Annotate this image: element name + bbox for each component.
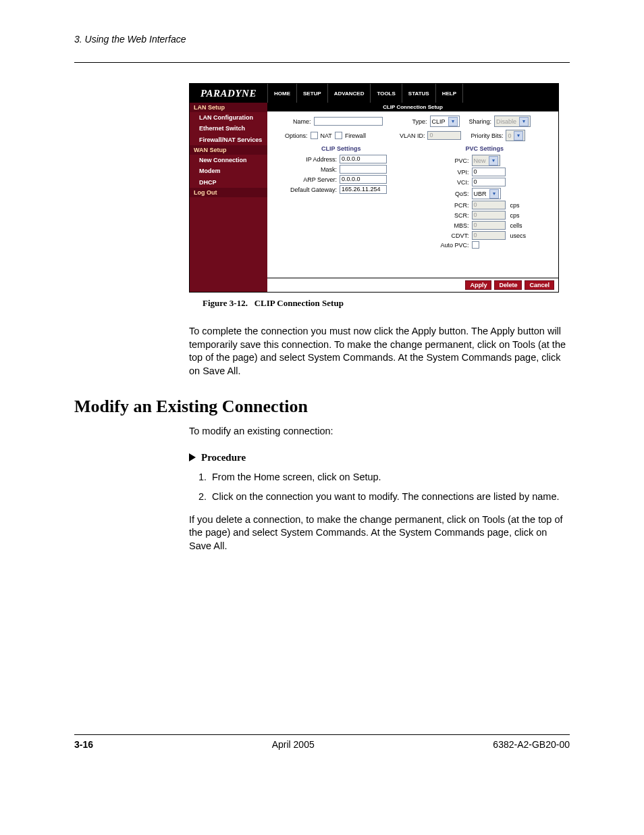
arp-input[interactable]: 0.0.0.0: [340, 175, 387, 184]
chevron-down-icon: ▾: [519, 117, 529, 126]
footer-date: April 2005: [272, 739, 315, 750]
tab-advanced[interactable]: ADVANCED: [328, 84, 371, 103]
vpi-input[interactable]: 0: [472, 168, 506, 176]
nat-label: NAT: [321, 132, 332, 139]
sidebar-head-wan: WAN Setup: [190, 145, 267, 155]
pcr-label: PCR:: [417, 202, 469, 209]
chevron-down-icon: ▾: [448, 117, 458, 126]
mask-label: Mask:: [273, 166, 337, 173]
mask-input[interactable]: [340, 165, 387, 174]
nat-checkbox[interactable]: [311, 132, 318, 139]
mbs-unit: cells: [510, 222, 522, 229]
gw-label: Default Gateway:: [273, 186, 337, 193]
mbs-input[interactable]: 0: [472, 221, 506, 230]
triangle-icon: [189, 453, 196, 461]
scr-label: SCR:: [417, 212, 469, 219]
pvc-label: PVC:: [417, 157, 469, 164]
autopvc-checkbox[interactable]: [472, 241, 479, 249]
qos-label: QoS:: [417, 191, 469, 197]
sidebar-item-ethernet-switch[interactable]: Ethernet Switch: [190, 123, 267, 134]
procedure-step: Click on the connection you want to modi…: [209, 490, 570, 504]
vlan-label: VLAN ID:: [400, 132, 425, 139]
footer-docid: 6382-A2-GB20-00: [493, 739, 570, 750]
sidebar: LAN Setup LAN Configuration Ethernet Swi…: [190, 103, 267, 292]
priority-label: Priority Bits:: [471, 132, 503, 139]
button-row: Apply Delete Cancel: [267, 278, 558, 292]
procedure-list: From the Home screen, click on Setup. Cl…: [209, 470, 570, 504]
ip-input[interactable]: 0.0.0.0: [340, 155, 387, 163]
page-number: 3-16: [74, 739, 93, 750]
chevron-down-icon: ▾: [489, 156, 498, 166]
procedure-heading: Procedure: [189, 452, 570, 463]
procedure-step: From the Home screen, click on Setup.: [209, 470, 570, 484]
firewall-label: Firewall: [345, 132, 366, 139]
sharing-select[interactable]: Disable▾: [494, 116, 531, 127]
header-rule: [74, 62, 570, 63]
sidebar-head-lan: LAN Setup: [190, 103, 267, 112]
vlan-input[interactable]: 0: [427, 131, 461, 140]
tab-tools[interactable]: TOOLS: [371, 84, 402, 103]
sidebar-item-lan-config[interactable]: LAN Configuration: [190, 112, 267, 123]
tab-home[interactable]: HOME: [267, 84, 297, 103]
ip-label: IP Address:: [273, 156, 337, 163]
cancel-button[interactable]: Cancel: [525, 280, 554, 290]
brand-logo: PARADYNE: [190, 84, 267, 103]
main-tabs: HOME SETUP ADVANCED TOOLS STATUS HELP: [267, 84, 558, 103]
vci-label: VCI:: [417, 179, 469, 186]
sharing-label: Sharing:: [469, 118, 492, 125]
pcr-input[interactable]: 0: [472, 201, 506, 209]
arp-label: ARP Server:: [273, 176, 337, 183]
body-paragraph: To complete the connection you must now …: [189, 325, 570, 378]
type-label: Type:: [412, 118, 427, 125]
clip-settings-head: CLIP Settings: [273, 145, 410, 152]
scr-unit: cps: [510, 212, 520, 219]
panel-title: CLIP Connection Setup: [267, 103, 558, 111]
page-footer: 3-16 April 2005 6382-A2-GB20-00: [74, 734, 570, 750]
cdvt-input[interactable]: 0: [472, 231, 506, 240]
pvc-select[interactable]: New▾: [472, 155, 500, 166]
firewall-checkbox[interactable]: [335, 132, 342, 139]
cdvt-unit: usecs: [510, 232, 527, 239]
pcr-unit: cps: [510, 202, 520, 209]
vpi-label: VPI:: [417, 169, 469, 176]
scr-input[interactable]: 0: [472, 211, 506, 220]
type-select[interactable]: CLIP▾: [430, 116, 460, 127]
sidebar-item-modem[interactable]: Modem: [190, 166, 267, 176]
sidebar-item-dhcp[interactable]: DHCP: [190, 177, 267, 188]
pvc-settings-head: PVC Settings: [417, 145, 554, 152]
tab-help[interactable]: HELP: [436, 84, 463, 103]
body-paragraph: If you delete a connection, to make the …: [189, 513, 570, 553]
body-paragraph: To modify an existing connection:: [189, 425, 570, 438]
qos-select[interactable]: UBR▾: [472, 188, 501, 199]
figure-caption: Figure 3-12. CLIP Connection Setup: [203, 298, 570, 309]
priority-select[interactable]: 0▾: [506, 130, 525, 141]
chevron-down-icon: ▾: [489, 189, 499, 199]
autopvc-label: Auto PVC:: [417, 242, 469, 249]
sidebar-item-firewall-nat[interactable]: Firewall/NAT Services: [190, 134, 267, 145]
app-window: PARADYNE HOME SETUP ADVANCED TOOLS STATU…: [189, 83, 559, 293]
delete-button[interactable]: Delete: [494, 280, 522, 290]
gw-input[interactable]: 165.26.11.254: [340, 185, 387, 194]
name-label: Name:: [293, 118, 311, 125]
running-head: 3. Using the Web Interface: [74, 34, 570, 45]
section-heading: Modify an Existing Connection: [74, 397, 570, 417]
options-label: Options:: [285, 132, 308, 139]
apply-button[interactable]: Apply: [465, 280, 491, 290]
tab-status[interactable]: STATUS: [402, 84, 436, 103]
tab-setup[interactable]: SETUP: [297, 84, 328, 103]
name-input[interactable]: [314, 117, 383, 126]
chevron-down-icon: ▾: [514, 131, 523, 141]
vci-input[interactable]: 0: [472, 178, 506, 186]
mbs-label: MBS:: [417, 222, 469, 229]
sidebar-item-logout[interactable]: Log Out: [190, 188, 267, 197]
cdvt-label: CDVT:: [417, 232, 469, 239]
sidebar-item-new-connection[interactable]: New Connection: [190, 155, 267, 166]
